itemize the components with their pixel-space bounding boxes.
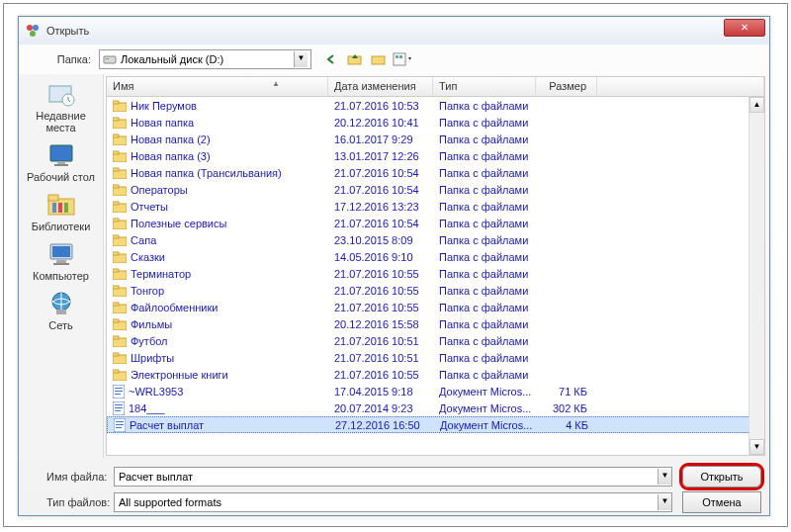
folder-row[interactable]: Операторы21.07.2016 10:54Папка с файлами [107,181,764,198]
close-button[interactable]: ✕ [724,19,765,37]
folder-icon [113,201,127,213]
item-type: Папка с файлами [433,369,536,381]
svg-point-0 [27,25,33,31]
folder-icon [113,117,127,129]
back-icon[interactable] [321,49,341,69]
item-type: Документ Micros... [433,386,536,398]
cancel-button[interactable]: Отмена [682,491,761,513]
view-menu-icon[interactable] [393,49,412,69]
svg-point-1 [33,25,39,31]
dropdown-arrow-icon[interactable]: ▼ [294,51,308,67]
item-name: Сказки [131,251,165,263]
open-button[interactable]: Открыть [682,466,761,488]
place-network[interactable]: Сеть [22,290,101,331]
folder-row[interactable]: Отчеты17.12.2016 13:23Папка с файлами [107,198,764,215]
item-date: 21.07.2016 10:53 [328,100,433,112]
folder-row[interactable]: Полезные сервисы21.07.2016 10:54Папка с … [107,215,764,231]
svg-rect-22 [56,260,66,263]
item-type: Папка с файлами [433,302,536,313]
folder-row[interactable]: Тонгор21.07.2016 10:55Папка с файлами [107,282,764,299]
folder-row[interactable]: Футбол21.07.2016 10:51Папка с файлами [107,332,764,349]
place-desktop[interactable]: Рабочий стол [22,141,101,183]
place-label: Библиотеки [32,221,91,232]
dropdown-arrow-icon[interactable]: ▼ [658,469,671,485]
item-type: Папка с файлами [433,218,536,229]
folder-combo[interactable]: Локальный диск (D:) ▼ [99,49,311,69]
folder-row[interactable]: Новая папка (Трансильвания)21.07.2016 10… [107,164,764,181]
item-type: Папка с файлами [433,184,536,196]
file-row[interactable]: Расчет выплат27.12.2016 16:50Документ Mi… [107,416,764,433]
filename-value: Расчет выплат [115,471,658,483]
folder-row[interactable]: Ник Перумов21.07.2016 10:53Папка с файла… [107,97,764,114]
scroll-down-icon[interactable]: ▼ [749,439,764,455]
folder-toolbar: Папка: Локальный диск (D:) ▼ [19,44,769,74]
folder-row[interactable]: Сказки14.05.2016 9:10Папка с файлами [107,248,764,265]
svg-rect-67 [115,410,121,411]
item-date: 21.07.2016 10:55 [328,285,433,297]
place-libraries[interactable]: Библиотеки [22,191,101,232]
filename-input[interactable]: Расчет выплат ▼ [114,467,672,487]
item-date: 16.01.2017 9:29 [328,133,433,145]
place-recent[interactable]: Недавние места [22,80,101,133]
filetype-value: All supported formats [115,496,658,508]
new-folder-icon[interactable] [369,49,389,69]
vertical-scrollbar[interactable]: ▲ ▼ [748,97,764,455]
open-dialog: Открыть ✕ Папка: Локальный диск (D:) ▼ Н… [18,16,770,516]
svg-rect-16 [48,195,58,201]
col-date[interactable]: Дата изменения [328,77,433,96]
item-type: Документ Micros... [434,419,537,431]
item-name: Расчет выплат [130,419,204,431]
folder-row[interactable]: Новая папка (3)13.01.2017 12:26Папка с ф… [107,147,764,164]
place-label: Сеть [48,319,72,331]
folder-icon [113,285,127,297]
scroll-up-icon[interactable]: ▲ [749,97,764,113]
svg-rect-66 [115,407,123,408]
col-type[interactable]: Тип [433,77,536,96]
window-title: Открыть [46,25,89,37]
file-row[interactable]: ~WRL395317.04.2015 9:18Документ Micros..… [107,383,764,399]
place-label: Рабочий стол [27,171,95,183]
item-date: 23.10.2015 8:09 [328,234,433,246]
item-type: Папка с файлами [433,133,536,145]
item-size: 71 КБ [536,386,597,398]
item-type: Папка с файлами [433,318,536,330]
svg-rect-18 [58,203,62,213]
file-row[interactable]: 184___20.07.2014 9:23Документ Micros...3… [107,399,764,416]
item-name: Отчеты [131,201,168,213]
filetype-input[interactable]: All supported formats ▼ [114,492,672,512]
col-size[interactable]: Размер [536,77,597,96]
item-name: Фильмы [131,318,172,330]
item-type: Папка с файлами [433,352,536,364]
svg-rect-71 [116,427,122,428]
svg-rect-13 [57,161,65,164]
folder-row[interactable]: Файлообменники21.07.2016 10:55Папка с фа… [107,299,764,315]
folder-icon [113,167,127,179]
item-type: Папка с файлами [433,285,536,297]
place-label: Компьютер [33,270,89,282]
folder-row[interactable]: Шрифты21.07.2016 10:51Папка с файлами [107,349,764,366]
dropdown-arrow-icon[interactable]: ▼ [658,494,671,510]
item-type: Папка с файлами [433,234,536,246]
up-folder-icon[interactable] [345,49,365,69]
item-name: Новая папка (Трансильвания) [131,167,282,179]
svg-rect-27 [113,101,119,104]
svg-rect-23 [53,263,69,265]
folder-row[interactable]: Новая папка20.12.2016 10:41Папка с файла… [107,114,764,131]
folder-row[interactable]: Электронные книги21.07.2016 10:55Папка с… [107,366,764,383]
folder-icon [113,184,127,196]
col-name[interactable]: Имя▲ [107,77,328,96]
svg-rect-4 [106,58,109,59]
svg-rect-17 [52,203,56,213]
svg-rect-9 [399,55,402,58]
item-type: Папка с файлами [433,251,536,263]
folder-row[interactable]: Терминатор21.07.2016 10:55Папка с файлам… [107,265,764,282]
folder-row[interactable]: Фильмы20.12.2016 15:58Папка с файлами [107,315,764,332]
folder-row[interactable]: Новая папка (2)16.01.2017 9:29Папка с фа… [107,131,764,147]
folder-row[interactable]: Сапа23.10.2015 8:09Папка с файлами [107,231,764,248]
svg-rect-19 [64,203,68,213]
place-computer[interactable]: Компьютер [22,240,101,282]
item-name: 184___ [129,402,165,414]
column-headers: Имя▲ Дата изменения Тип Размер [107,77,764,97]
item-type: Папка с файлами [433,335,536,347]
item-type: Папка с файлами [433,268,536,280]
